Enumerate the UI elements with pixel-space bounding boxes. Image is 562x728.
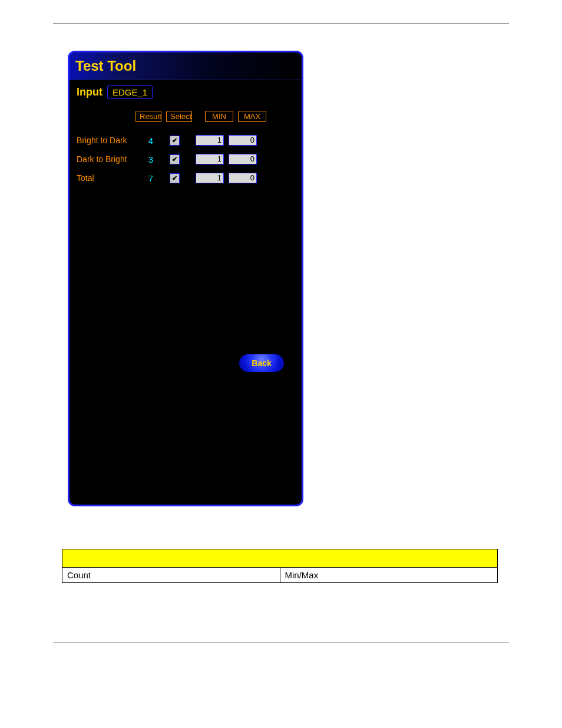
header-max: MAX — [238, 111, 266, 122]
note-col1: Count — [62, 568, 280, 583]
row-result: 3 — [135, 154, 161, 164]
input-value[interactable]: EDGE_1 — [107, 85, 153, 99]
input-label: Input — [77, 86, 103, 98]
bottom-divider — [53, 642, 509, 643]
select-checkbox[interactable]: ✔ — [170, 136, 180, 146]
row-result: 4 — [135, 136, 161, 146]
table-row: Bright to Dark 4 ✔ 1 0 — [77, 135, 295, 146]
note-col2: Min/Max — [280, 568, 498, 583]
title-text: Test Tool — [75, 58, 136, 74]
row-result: 7 — [135, 173, 161, 183]
table-row: Dark to Bright 3 ✔ 1 0 — [77, 154, 295, 164]
max-field[interactable]: 0 — [229, 173, 257, 183]
max-field[interactable]: 0 — [229, 154, 257, 164]
title-bar: Test Tool — [70, 52, 302, 80]
note-header — [62, 549, 498, 568]
header-result: Result — [135, 111, 161, 122]
header-min: MIN — [205, 111, 233, 122]
max-field[interactable]: 0 — [229, 135, 257, 146]
select-checkbox[interactable]: ✔ — [170, 154, 180, 164]
input-bar: Input EDGE_1 — [70, 80, 302, 104]
row-label: Dark to Bright — [77, 154, 135, 164]
select-checkbox[interactable]: ✔ — [170, 173, 180, 183]
min-field[interactable]: 1 — [196, 173, 224, 183]
content-area: Result Select MIN MAX Bright to Dark 4 ✔… — [70, 104, 302, 505]
device-screen: Test Tool Input EDGE_1 Result Select MIN… — [68, 51, 303, 506]
column-headers: Result Select MIN MAX — [135, 111, 295, 122]
row-label: Total — [77, 173, 135, 183]
header-select: Select — [166, 111, 192, 122]
back-button[interactable]: Back — [239, 354, 284, 372]
table-row: Total 7 ✔ 1 0 — [77, 173, 295, 183]
min-field[interactable]: 1 — [196, 135, 224, 146]
min-field[interactable]: 1 — [196, 154, 224, 164]
note-table: Count Min/Max — [62, 549, 498, 583]
row-label: Bright to Dark — [77, 136, 135, 145]
top-divider — [53, 24, 509, 24]
